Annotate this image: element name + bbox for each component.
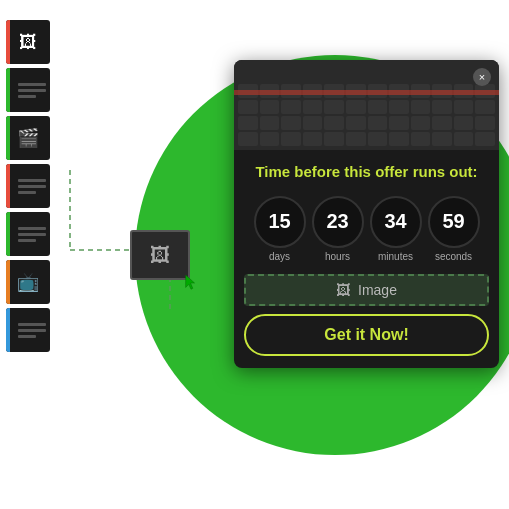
key <box>324 132 344 146</box>
key <box>475 132 495 146</box>
countdown-popup: × <box>234 60 499 368</box>
key <box>475 116 495 130</box>
sidebar-item-lines2[interactable] <box>6 164 50 208</box>
minutes-label: minutes <box>378 251 413 262</box>
line <box>18 329 46 332</box>
accent-bar <box>6 260 10 304</box>
key <box>368 132 388 146</box>
key <box>411 100 431 114</box>
line <box>18 191 36 194</box>
hours-unit: 23 hours <box>312 196 364 262</box>
accent-bar <box>6 164 10 208</box>
tv-icon: 📺 <box>17 271 39 293</box>
sidebar-item-video[interactable]: 🎬 <box>6 116 50 160</box>
small-image-widget[interactable]: 🖼 <box>130 230 190 280</box>
key <box>260 132 280 146</box>
accent-bar <box>6 308 10 352</box>
key <box>411 116 431 130</box>
sidebar-item-image[interactable]: 🖼 <box>6 20 50 64</box>
seconds-label: seconds <box>435 251 472 262</box>
lines-graphic <box>6 227 50 242</box>
accent-bar <box>6 116 10 160</box>
image-button-label: Image <box>358 282 397 298</box>
cta-button[interactable]: Get it Now! <box>244 314 489 356</box>
seconds-unit: 59 seconds <box>428 196 480 262</box>
image-icon: 🖼 <box>19 32 37 53</box>
image-selection-button[interactable]: 🖼 Image <box>244 274 489 306</box>
cursor-pointer <box>185 275 197 291</box>
key <box>411 132 431 146</box>
close-button[interactable]: × <box>473 68 491 86</box>
days-label: days <box>269 251 290 262</box>
key <box>303 116 323 130</box>
sidebar-item-lines3[interactable] <box>6 212 50 256</box>
seconds-value: 59 <box>428 196 480 248</box>
popup-title: Time before this offer runs out: <box>234 150 499 190</box>
close-icon: × <box>479 71 485 83</box>
key <box>454 100 474 114</box>
line <box>18 179 46 182</box>
key <box>303 132 323 146</box>
widget-image-icon: 🖼 <box>150 244 170 267</box>
key <box>368 116 388 130</box>
key <box>432 100 452 114</box>
line <box>18 83 46 86</box>
key <box>389 116 409 130</box>
key <box>454 116 474 130</box>
sidebar-item-tv[interactable]: 📺 <box>6 260 50 304</box>
key <box>346 116 366 130</box>
key <box>454 132 474 146</box>
days-value: 15 <box>254 196 306 248</box>
key <box>281 132 301 146</box>
key <box>346 132 366 146</box>
lines-graphic <box>6 83 50 98</box>
sidebar-item-lines4[interactable] <box>6 308 50 352</box>
key <box>389 100 409 114</box>
key <box>281 116 301 130</box>
laptop-image-area <box>234 60 499 150</box>
accent-bar <box>6 212 10 256</box>
key <box>346 100 366 114</box>
key <box>303 100 323 114</box>
key <box>238 132 258 146</box>
minutes-unit: 34 minutes <box>370 196 422 262</box>
line <box>18 233 46 236</box>
line <box>18 89 46 92</box>
image-icon: 🖼 <box>336 282 350 298</box>
line <box>18 335 36 338</box>
countdown-display: 15 days 23 hours 34 minutes 59 seconds <box>234 190 499 274</box>
key <box>432 132 452 146</box>
hours-label: hours <box>325 251 350 262</box>
key <box>389 132 409 146</box>
line <box>18 227 46 230</box>
minutes-value: 34 <box>370 196 422 248</box>
lines-graphic <box>6 323 50 338</box>
line <box>18 185 46 188</box>
key <box>432 116 452 130</box>
key <box>238 116 258 130</box>
key <box>281 100 301 114</box>
accent-bar <box>6 20 10 64</box>
key <box>324 116 344 130</box>
hours-value: 23 <box>312 196 364 248</box>
accent-bar <box>6 68 10 112</box>
line <box>18 95 36 98</box>
laptop-stripe <box>234 90 499 95</box>
film-icon: 🎬 <box>17 127 39 149</box>
key <box>260 116 280 130</box>
sidebar: 🖼 🎬 📺 <box>0 0 55 509</box>
key <box>475 100 495 114</box>
days-unit: 15 days <box>254 196 306 262</box>
sidebar-item-lines1[interactable] <box>6 68 50 112</box>
key <box>324 100 344 114</box>
lines-graphic <box>6 179 50 194</box>
key <box>260 100 280 114</box>
line <box>18 239 36 242</box>
line <box>18 323 46 326</box>
key <box>368 100 388 114</box>
key <box>238 100 258 114</box>
